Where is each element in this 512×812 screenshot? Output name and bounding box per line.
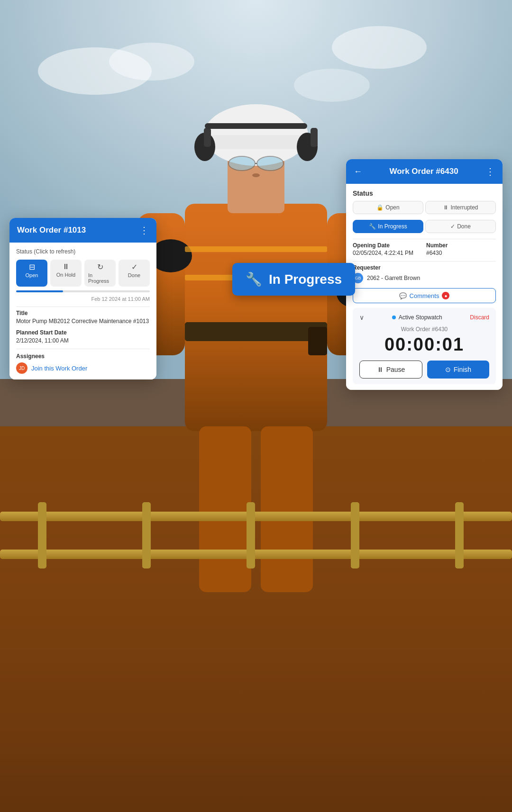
in-progress-label: In Progress bbox=[269, 272, 342, 287]
join-work-order-link[interactable]: Join this Work Order bbox=[31, 365, 87, 372]
lock-icon: 🔒 bbox=[376, 204, 384, 211]
status-section-title: Status bbox=[353, 189, 496, 197]
divider-right-2 bbox=[353, 261, 496, 262]
status-interrupted-btn[interactable]: ⏸ Interrupted bbox=[425, 201, 496, 214]
title-field-label: Title bbox=[16, 310, 150, 316]
open-btn-label: Open bbox=[385, 204, 399, 211]
divider-right bbox=[353, 239, 496, 239]
stopwatch-work-order-label: Work Order #6430 bbox=[359, 326, 489, 333]
assignees-section: Assignees JD Join this Work Order bbox=[16, 353, 150, 374]
card-work-order-1013: Work Order #1013 ⋮ Status (Click to refr… bbox=[9, 218, 156, 379]
wrench-icon: 🔧 bbox=[246, 271, 262, 287]
pause-icon: ⏸ bbox=[377, 366, 384, 373]
requester-value: 2062 - Garrett Brown bbox=[367, 275, 420, 281]
tab-open-label: Open bbox=[26, 272, 38, 278]
svg-point-16 bbox=[257, 156, 283, 171]
status-done-btn[interactable]: ✓ Done bbox=[425, 220, 496, 233]
back-button[interactable]: ← bbox=[354, 167, 362, 177]
progress-date: Feb 12 2024 at 11:00 AM bbox=[16, 296, 150, 302]
pause-label: Pause bbox=[386, 366, 405, 373]
wrench-btn-icon: 🔧 bbox=[369, 223, 376, 230]
stopwatch-actions: ⏸ Pause ⊙ Finish bbox=[359, 361, 489, 379]
card-right-body: Status 🔒 Open ⏸ Interrupted 🔧 In Progres… bbox=[346, 184, 503, 390]
done-icon: ✓ bbox=[131, 262, 137, 271]
svg-rect-32 bbox=[142, 502, 151, 568]
discard-button[interactable]: Discard bbox=[470, 314, 489, 321]
card-left-body: Status (Click to refresh) ⊟ Open ⏸ On Ho… bbox=[9, 243, 156, 379]
comments-label: Comments bbox=[410, 292, 439, 299]
background bbox=[0, 0, 512, 812]
svg-point-18 bbox=[252, 173, 260, 177]
finish-button[interactable]: ⊙ Finish bbox=[427, 361, 489, 379]
number-label: Number bbox=[426, 242, 496, 249]
in-progress-badge[interactable]: 🔧 In Progress bbox=[232, 263, 355, 296]
tab-done[interactable]: ✓ Done bbox=[119, 260, 150, 287]
svg-rect-29 bbox=[0, 512, 512, 521]
tab-done-label: Done bbox=[128, 272, 140, 278]
divider-2 bbox=[16, 349, 150, 349]
svg-point-15 bbox=[229, 156, 255, 171]
status-buttons: 🔒 Open ⏸ Interrupted bbox=[353, 201, 496, 214]
svg-rect-30 bbox=[0, 550, 512, 559]
open-icon: ⊟ bbox=[29, 262, 35, 271]
divider bbox=[16, 307, 150, 307]
done-check-icon: ✓ bbox=[450, 223, 455, 230]
card-left-header: Work Order #1013 ⋮ bbox=[9, 218, 156, 243]
svg-rect-1 bbox=[0, 379, 512, 812]
tab-on-hold-label: On Hold bbox=[56, 272, 75, 278]
svg-rect-27 bbox=[185, 246, 327, 252]
svg-rect-34 bbox=[351, 502, 359, 568]
card-right-menu-dots[interactable]: ⋮ bbox=[485, 166, 495, 177]
stopwatch-header: ∨ Active Stopwatch Discard bbox=[359, 314, 489, 321]
status-open-btn[interactable]: 🔒 Open bbox=[353, 201, 423, 214]
svg-point-4 bbox=[332, 26, 427, 69]
tab-on-hold[interactable]: ⏸ On Hold bbox=[50, 260, 82, 287]
svg-point-3 bbox=[109, 43, 194, 81]
svg-rect-35 bbox=[455, 502, 464, 568]
pause-button[interactable]: ⏸ Pause bbox=[359, 361, 422, 379]
card-left-title: Work Order #1013 bbox=[17, 226, 86, 235]
svg-rect-6 bbox=[185, 204, 327, 431]
active-stopwatch-text: Active Stopwatch bbox=[399, 314, 442, 321]
card-work-order-6430: ← Work Order #6430 ⋮ Status 🔒 Open ⏸ Int… bbox=[346, 159, 503, 390]
requester-row: GB 2062 - Garrett Brown bbox=[353, 273, 496, 283]
comment-icon: 💬 bbox=[399, 292, 407, 299]
in-progress-icon: ↻ bbox=[97, 262, 103, 271]
active-stopwatch-label: Active Stopwatch bbox=[392, 314, 442, 321]
planned-start-value: 2/12/2024, 11:00 AM bbox=[16, 337, 150, 344]
tab-open[interactable]: ⊟ Open bbox=[16, 260, 47, 287]
requester-section: Requester GB 2062 - Garrett Brown bbox=[353, 264, 496, 283]
avatar: JD bbox=[16, 362, 27, 374]
svg-rect-11 bbox=[204, 128, 211, 147]
assignees-label: Assignees bbox=[16, 353, 150, 360]
card-right-header: ← Work Order #6430 ⋮ bbox=[346, 159, 503, 184]
stopwatch-chevron-icon[interactable]: ∨ bbox=[359, 314, 364, 321]
stopwatch-section: ∨ Active Stopwatch Discard Work Order #6… bbox=[353, 308, 496, 384]
opening-date-item: Opening Date 02/05/2024, 4:22:41 PM bbox=[353, 242, 422, 256]
in-progress-btn-label: In Progress bbox=[378, 223, 407, 230]
svg-point-5 bbox=[294, 69, 370, 102]
active-dot bbox=[392, 316, 396, 319]
tab-in-progress-label: In Progress bbox=[88, 272, 112, 284]
status-buttons-row2: 🔧 In Progress ✓ Done bbox=[353, 220, 496, 233]
status-in-progress-btn[interactable]: 🔧 In Progress bbox=[353, 220, 423, 233]
status-refresh-label[interactable]: Status (Click to refresh) bbox=[16, 248, 150, 255]
title-field-value: Motor Pump MB2012 Corrective Maintenance… bbox=[16, 318, 150, 325]
stopwatch-timer: 00:00:01 bbox=[359, 334, 489, 355]
svg-rect-9 bbox=[204, 135, 308, 149]
svg-rect-13 bbox=[311, 128, 318, 147]
card-left-menu-dots[interactable]: ⋮ bbox=[139, 225, 149, 236]
opening-date-value: 02/05/2024, 4:22:41 PM bbox=[353, 250, 422, 256]
tab-in-progress[interactable]: ↻ In Progress bbox=[84, 260, 116, 287]
on-hold-icon: ⏸ bbox=[62, 262, 70, 271]
requester-label: Requester bbox=[353, 264, 496, 271]
svg-rect-14 bbox=[205, 123, 307, 129]
card-right-title: Work Order #6430 bbox=[362, 167, 485, 176]
info-grid: Opening Date 02/05/2024, 4:22:41 PM Numb… bbox=[353, 242, 496, 256]
svg-rect-23 bbox=[199, 426, 251, 592]
done-btn-label: Done bbox=[457, 223, 471, 230]
comments-button[interactable]: 💬 Comments ● bbox=[353, 288, 496, 303]
svg-rect-25 bbox=[185, 322, 327, 341]
progress-bar bbox=[16, 290, 150, 292]
planned-start-label: Planned Start Date bbox=[16, 329, 150, 336]
